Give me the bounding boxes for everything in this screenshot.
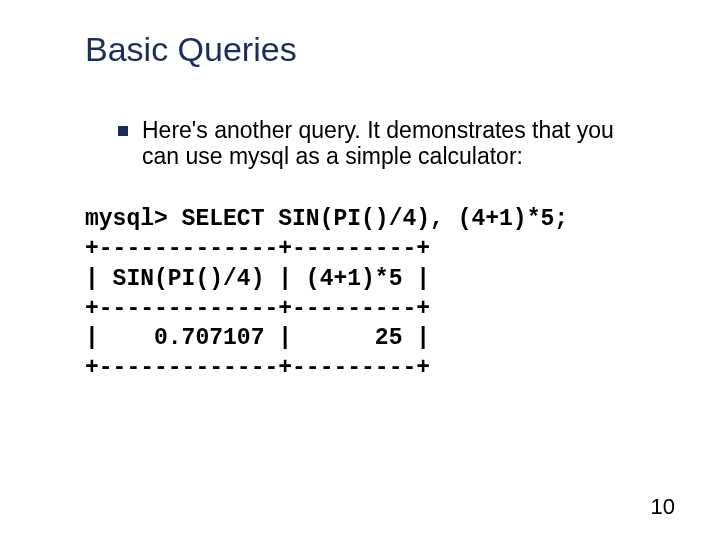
slide: Basic Queries Here's another query. It d… [0,0,720,540]
bullet-item: Here's another query. It demonstrates th… [118,117,650,170]
page-number: 10 [651,494,675,520]
code-block: mysql> SELECT SIN(PI()/4), (4+1)*5; +---… [85,205,650,384]
slide-title: Basic Queries [85,30,650,69]
bullet-text: Here's another query. It demonstrates th… [142,117,650,170]
square-bullet-icon [118,126,128,136]
